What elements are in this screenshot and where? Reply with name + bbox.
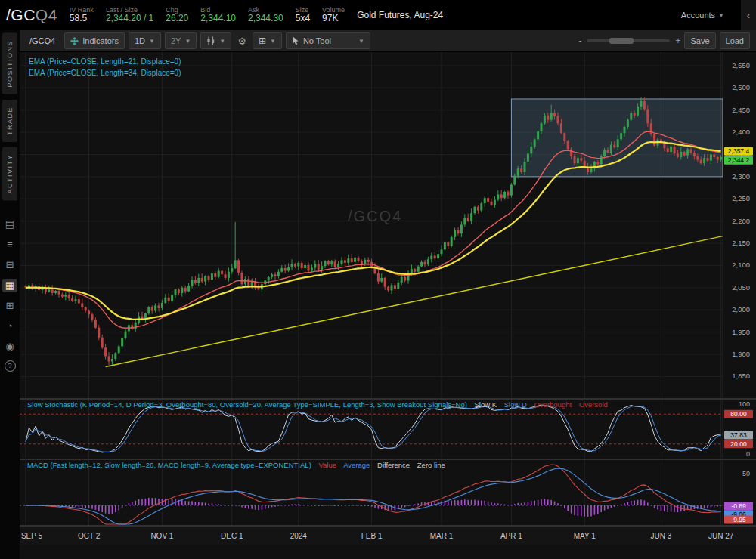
field-bid: Bid 2,344.10 xyxy=(200,6,236,24)
clock-icon[interactable]: ◔ xyxy=(2,320,17,333)
svg-text:2,500: 2,500 xyxy=(732,83,750,91)
svg-text:2,450: 2,450 xyxy=(732,106,750,114)
svg-text:37.83: 37.83 xyxy=(730,431,747,439)
sidebar-tab-positions[interactable]: POSITIONS xyxy=(2,33,17,94)
grid-layout-icon: ⊞ xyxy=(259,36,266,46)
svg-text:FEB 1: FEB 1 xyxy=(361,532,383,540)
range-value: 2Y xyxy=(171,36,181,45)
svg-text:2,357.4: 2,357.4 xyxy=(728,147,750,155)
svg-text:0: 0 xyxy=(746,450,750,458)
tool-value: No Tool xyxy=(303,36,331,45)
svg-text:APR 1: APR 1 xyxy=(500,532,522,540)
chart-type-dropdown[interactable]: ▼ xyxy=(200,32,231,49)
range-dropdown[interactable]: 2Y ▼ xyxy=(165,32,197,49)
svg-text:2,150: 2,150 xyxy=(732,239,750,247)
svg-text:/GCQ4: /GCQ4 xyxy=(348,208,402,224)
axis-badge: 2,357.4 xyxy=(724,147,753,156)
svg-text:MAR 1: MAR 1 xyxy=(430,532,454,540)
iv-rank-value: 58.5 xyxy=(70,14,94,24)
svg-text:2,250: 2,250 xyxy=(732,194,750,202)
svg-text:1,900: 1,900 xyxy=(732,350,750,358)
chg-value: 26.20 xyxy=(166,14,188,24)
zoom-in-button[interactable]: + xyxy=(675,36,680,46)
zoom-slider-thumb[interactable] xyxy=(609,38,634,44)
sidebar-icons: ▤ ≡ ⊟ ▦ ⊞ ◔ ◉ ? xyxy=(2,218,17,372)
chart-area[interactable]: 2,5502,5002,4502,4002,3502,3002,2502,200… xyxy=(20,52,756,559)
activity-tab-label: ACTIVITY xyxy=(6,154,14,194)
svg-text:80.00: 80.00 xyxy=(730,410,747,418)
selection-box xyxy=(511,99,723,177)
svg-text:2,100: 2,100 xyxy=(732,261,750,269)
chart-icon[interactable]: ▦ xyxy=(2,279,17,292)
chevron-down-icon: ▼ xyxy=(219,38,225,45)
svg-text:2,400: 2,400 xyxy=(732,128,750,136)
accounts-dropdown[interactable]: Accounts ▼ xyxy=(677,11,729,20)
svg-text:-0.89: -0.89 xyxy=(731,502,746,510)
box-icon[interactable]: ⊟ xyxy=(2,258,17,272)
field-last-size: Last / Size 2,344.20 / 1 xyxy=(106,6,153,24)
svg-text:20.00: 20.00 xyxy=(730,440,747,448)
watchlist-icon[interactable]: ≡ xyxy=(2,238,17,252)
sidebar-tab-activity[interactable]: ACTIVITY xyxy=(2,147,17,201)
load-label: Load xyxy=(726,36,744,45)
svg-text:DEC 1: DEC 1 xyxy=(221,532,243,540)
drawing-tool-dropdown[interactable]: No Tool ▼ xyxy=(286,32,370,49)
chevron-down-icon: ▼ xyxy=(718,12,724,19)
grid-layout-dropdown[interactable]: ⊞ ▼ xyxy=(253,32,282,49)
svg-text:100: 100 xyxy=(739,400,750,408)
timeframe-value: 1D xyxy=(135,36,145,45)
load-button[interactable]: Load xyxy=(720,32,750,49)
chevron-down-icon: ▼ xyxy=(184,38,191,45)
bid-value: 2,344.10 xyxy=(200,14,236,24)
symbol-title: /GCQ4 xyxy=(6,6,57,24)
svg-text:NOV 1: NOV 1 xyxy=(150,532,173,540)
header: /GCQ4 IV Rank 58.5 Last / Size 2,344.20 … xyxy=(0,0,756,30)
chevron-down-icon: ▼ xyxy=(358,38,364,45)
symbol-root: /GC xyxy=(6,6,36,23)
indicators-button[interactable]: Indicators xyxy=(64,32,125,49)
candlestick-icon xyxy=(206,36,215,45)
svg-text:2024: 2024 xyxy=(290,532,308,540)
axis-badge: 20.00 xyxy=(724,440,753,448)
chevron-down-icon: ▼ xyxy=(270,38,276,45)
size-value: 5x4 xyxy=(296,14,310,24)
timeframe-dropdown[interactable]: 1D ▼ xyxy=(129,32,161,49)
gear-icon[interactable]: ⚙ xyxy=(235,36,249,47)
save-button[interactable]: Save xyxy=(684,32,715,49)
svg-text:OCT 2: OCT 2 xyxy=(78,532,101,540)
body-row: POSITIONS TRADE ACTIVITY ▤ ≡ ⊟ ▦ ⊞ ◔ ◉ ?… xyxy=(0,30,756,559)
ask-value: 2,344.30 xyxy=(248,14,284,24)
monitor-icon[interactable]: ▤ xyxy=(2,218,17,231)
collapse-panel-button[interactable]: ‹ xyxy=(741,0,756,30)
trade-tab-label: TRADE xyxy=(6,107,14,135)
indicators-label: Indicators xyxy=(82,36,119,45)
zoom-out-button[interactable]: - xyxy=(578,36,581,46)
sidebar-tab-trade[interactable]: TRADE xyxy=(2,100,17,142)
community-icon[interactable]: ◉ xyxy=(2,340,17,354)
svg-text:2,200: 2,200 xyxy=(732,217,750,225)
svg-text:2,550: 2,550 xyxy=(732,61,750,69)
svg-text:2,344.2: 2,344.2 xyxy=(728,156,750,164)
chart-canvas[interactable]: 2,5502,5002,4502,4002,3502,3002,2502,200… xyxy=(20,52,756,559)
accounts-label: Accounts xyxy=(681,11,715,20)
svg-text:SEP 5: SEP 5 xyxy=(21,532,43,540)
axis-badge: 80.00 xyxy=(724,410,753,418)
field-iv-rank: IV Rank 58.5 xyxy=(70,6,94,24)
chart-symbol-tab[interactable]: /GCQ4 xyxy=(24,36,60,45)
sidebar: POSITIONS TRADE ACTIVITY ▤ ≡ ⊟ ▦ ⊞ ◔ ◉ ? xyxy=(0,30,20,559)
axis-badge: 2,344.2 xyxy=(724,156,753,165)
zoom-slider[interactable] xyxy=(587,39,670,42)
trading-app-window: /GCQ4 IV Rank 58.5 Last / Size 2,344.20 … xyxy=(0,0,756,559)
grid-icon[interactable]: ⊞ xyxy=(2,299,17,313)
last-size-value: 2,344.20 / 1 xyxy=(106,14,153,24)
svg-text:2,050: 2,050 xyxy=(732,283,750,292)
help-icon[interactable]: ? xyxy=(5,360,16,372)
contract-description: Gold Futures, Aug-24 xyxy=(357,10,443,20)
field-ask: Ask 2,344.30 xyxy=(248,6,284,24)
svg-text:MAY 1: MAY 1 xyxy=(574,532,596,540)
svg-text:-9.95: -9.95 xyxy=(731,516,746,523)
svg-text:JUN 27: JUN 27 xyxy=(708,532,734,540)
svg-text:2,000: 2,000 xyxy=(732,305,750,313)
svg-text:1,850: 1,850 xyxy=(732,372,750,380)
field-chg: Chg 26.20 xyxy=(166,6,188,24)
